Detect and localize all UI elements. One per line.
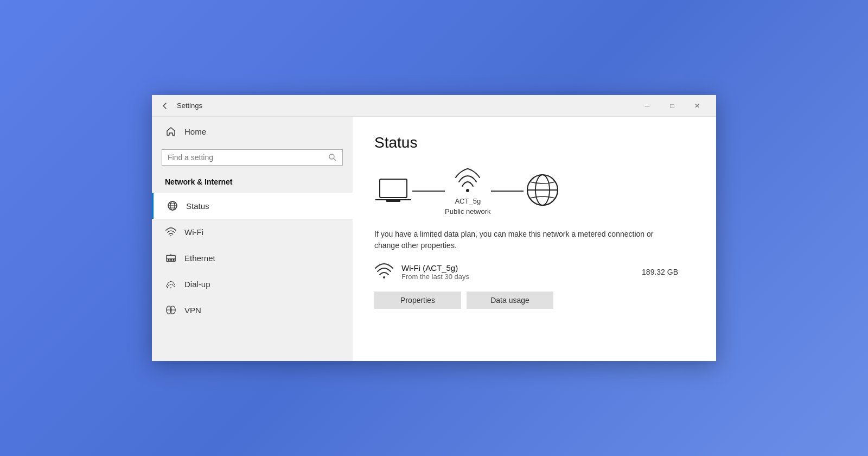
sidebar-item-vpn[interactable]: VPN <box>152 297 353 323</box>
svg-point-7 <box>170 235 171 236</box>
wifi-period: From the last 30 days <box>401 273 469 281</box>
svg-point-25 <box>383 276 385 278</box>
svg-rect-10 <box>168 259 170 261</box>
back-button[interactable] <box>158 99 171 112</box>
svg-rect-18 <box>380 179 407 198</box>
sidebar: Home Network & Internet <box>152 117 353 361</box>
close-button[interactable]: ✕ <box>685 95 710 117</box>
section-title: Network & Internet <box>152 173 353 193</box>
maximize-button[interactable]: □ <box>660 95 685 117</box>
router-group: ACT_5g Public network <box>445 167 491 216</box>
sidebar-item-dialup[interactable]: Dial-up <box>152 271 353 297</box>
svg-rect-11 <box>170 259 172 261</box>
wifi-status-icon <box>374 262 394 282</box>
dialup-label: Dial-up <box>184 280 210 289</box>
network-name: ACT_5g <box>455 197 481 205</box>
page-title: Status <box>374 134 694 151</box>
metered-text: If you have a limited data plan, you can… <box>374 229 667 251</box>
svg-rect-20 <box>386 200 400 202</box>
dialup-icon <box>165 278 177 290</box>
properties-button[interactable]: Properties <box>374 292 461 309</box>
sidebar-item-status[interactable]: Status <box>152 193 353 219</box>
wifi-connection-name: Wi-Fi (ACT_5g) <box>401 263 469 273</box>
svg-point-14 <box>170 287 171 288</box>
main-panel: Status <box>353 117 716 361</box>
line-1 <box>412 191 445 192</box>
vpn-label: VPN <box>184 306 201 315</box>
network-type: Public network <box>445 207 491 216</box>
laptop-icon <box>374 174 412 208</box>
sidebar-item-wifi[interactable]: Wi-Fi <box>152 219 353 245</box>
svg-rect-12 <box>173 259 175 261</box>
sidebar-item-home[interactable]: Home <box>152 117 353 146</box>
search-box[interactable] <box>162 149 343 166</box>
window-title: Settings <box>177 102 202 110</box>
minimize-button[interactable]: ─ <box>635 95 660 117</box>
router-icon <box>451 167 484 195</box>
window-controls: ─ □ ✕ <box>635 95 710 117</box>
sidebar-item-ethernet[interactable]: Ethernet <box>152 245 353 271</box>
wifi-label: Wi-Fi <box>184 227 203 237</box>
settings-window: Settings ─ □ ✕ Home <box>152 95 716 361</box>
internet-icon <box>524 171 561 211</box>
data-usage-button[interactable]: Data usage <box>467 292 553 309</box>
wifi-icon <box>165 226 177 238</box>
button-row: Properties Data usage <box>374 292 694 309</box>
home-icon <box>165 125 177 137</box>
ethernet-icon <box>165 252 177 264</box>
home-label: Home <box>184 127 206 136</box>
network-diagram: ACT_5g Public network <box>374 167 694 216</box>
data-amount: 189.32 GB <box>642 268 694 276</box>
ethernet-label: Ethernet <box>184 254 215 263</box>
search-icon <box>328 153 337 162</box>
vpn-icon <box>165 304 177 316</box>
svg-point-21 <box>466 189 469 192</box>
svg-line-1 <box>334 159 336 161</box>
search-input[interactable] <box>168 153 328 162</box>
content-area: Home Network & Internet <box>152 117 716 361</box>
status-label: Status <box>186 201 209 211</box>
network-row: Wi-Fi (ACT_5g) From the last 30 days 189… <box>374 262 694 282</box>
wifi-info: Wi-Fi (ACT_5g) From the last 30 days <box>374 262 642 282</box>
globe-icon <box>167 200 178 212</box>
titlebar: Settings ─ □ ✕ <box>152 95 716 117</box>
line-2 <box>491 191 524 192</box>
